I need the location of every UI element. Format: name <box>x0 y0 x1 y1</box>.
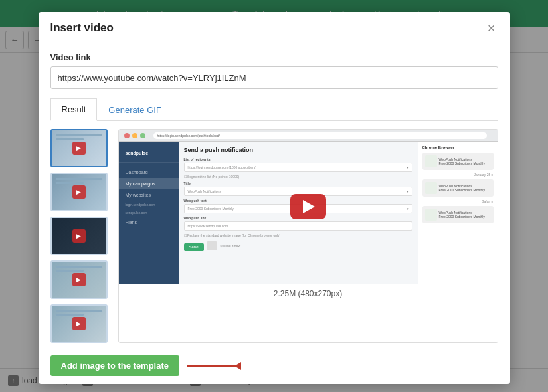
ss-notif-icon-3 <box>425 209 437 221</box>
ss-notif-text-2: WebPush NotificationsFree 2000 Subscribe… <box>439 184 485 193</box>
thumb-line <box>56 310 102 312</box>
thumb-line <box>56 266 102 268</box>
modal-overlay: Insert video × Video link Result Generat… <box>0 0 548 392</box>
thumb-line <box>56 270 84 272</box>
ss-field-3-text: Free 2000 Subscribers Monthly <box>188 207 234 211</box>
thumbnail-1-bg: ▶ <box>52 130 106 166</box>
ss-field-1-icon: ▾ <box>407 165 409 169</box>
video-url-input[interactable] <box>50 66 498 89</box>
ss-option-btn <box>207 241 217 250</box>
thumbnail-3[interactable]: ▶ <box>50 217 108 255</box>
browser-bar: https://login.sendpulse.com/pushtools/ad… <box>119 130 498 142</box>
thumb-line <box>56 182 84 184</box>
ss-sidebar-domain: login.sendpulse.com <box>119 201 179 209</box>
thumb-line <box>56 134 102 136</box>
ss-notif-info-2: Safari ≡ <box>422 199 494 203</box>
thumbnail-2[interactable]: ▶ <box>50 173 108 211</box>
thumbnail-5-bg: ▶ <box>52 306 106 342</box>
arrow-indicator <box>187 365 240 367</box>
ss-right-panel: Chrome Browser WebPush NotificationsFree… <box>418 142 498 284</box>
ss-segment-check: ☐ Segment the list (No points: 10000) <box>184 175 412 179</box>
ss-notif-icon-1 <box>425 155 437 167</box>
thumbnail-1[interactable]: ▶ <box>50 129 108 167</box>
add-image-button[interactable]: Add image to the template <box>50 355 180 376</box>
browser-min-dot <box>132 133 137 138</box>
browser-url-bar: https://login.sendpulse.com/pushtools/ad… <box>153 132 487 139</box>
modal-body: Video link Result Generate GIF <box>39 43 510 347</box>
ss-replace-check: ☐ Replace the standard website image (fo… <box>184 233 412 237</box>
browser-close-dot <box>124 133 130 138</box>
preview-size-info: 2.25M (480x270px) <box>119 284 498 301</box>
video-link-label: Video link <box>50 52 498 62</box>
ss-sidebar: sendpulse Dashboard My campaigns My webs… <box>119 142 179 284</box>
thumb-line <box>56 138 84 140</box>
ss-sidebar-campaigns: My campaigns <box>119 178 179 189</box>
thumbnail-4-bg: ▶ <box>52 262 106 298</box>
ss-notification-2: WebPush NotificationsFree 2000 Subscribe… <box>422 179 494 197</box>
modal-close-button[interactable]: × <box>485 21 498 35</box>
ss-right-title: Chrome Browser <box>422 146 494 149</box>
thumb-line <box>56 314 84 316</box>
play-triangle-icon <box>303 200 315 213</box>
modal-title: Insert video <box>50 21 114 35</box>
thumbnail-4-play-icon: ▶ <box>72 273 86 286</box>
browser-max-dot <box>140 133 145 138</box>
thumbnail-5-play-icon: ▶ <box>72 317 86 330</box>
ss-notif-text-3: WebPush NotificationsFree 2000 Subscribe… <box>439 211 485 219</box>
ss-send-button: Send <box>184 243 204 251</box>
thumbnail-4[interactable]: ▶ <box>50 260 108 299</box>
tab-generate-gif[interactable]: Generate GIF <box>97 98 172 121</box>
content-area: ▶ ▶ <box>50 129 498 343</box>
screenshot-container: https://login.sendpulse.com/pushtools/ad… <box>119 130 498 284</box>
ss-field-2-text: WebPush Notifications <box>188 189 221 193</box>
thumbnail-3-bg: ▶ <box>52 218 106 254</box>
insert-video-modal: Insert video × Video link Result Generat… <box>39 12 510 384</box>
ss-logo: sendpulse <box>119 147 179 163</box>
ss-field-4: https://www.sendpulse.com <box>184 221 412 231</box>
ss-notification-1: WebPush NotificationsFree 2000 Subscribe… <box>422 153 494 170</box>
ss-page-title: Send a push notification <box>184 147 412 153</box>
thumbnail-2-play-icon: ▶ <box>72 185 86 199</box>
tab-result[interactable]: Result <box>50 98 98 121</box>
ss-field-label-1: List of recipients <box>184 157 412 161</box>
thumbnail-2-bg: ▶ <box>52 174 106 210</box>
ss-send-opts: ⊙ Send it now <box>220 244 241 248</box>
ss-notif-text-1: WebPush NotificationsFree 2000 Subscribe… <box>439 157 485 166</box>
main-preview: https://login.sendpulse.com/pushtools/ad… <box>118 129 498 343</box>
thumbnail-5[interactable]: ▶ <box>50 304 108 343</box>
modal-header: Insert video × <box>39 12 510 43</box>
youtube-play-button[interactable] <box>290 194 326 219</box>
ss-sidebar-dashboard: Dashboard <box>119 167 179 178</box>
ss-field-1-text: https://login.sendpulse.com (1000 subscr… <box>188 165 256 169</box>
ss-sidebar-websites: My websites <box>119 189 179 201</box>
ss-sidebar-plans: Plans <box>119 217 179 228</box>
modal-tabs: Result Generate GIF <box>50 98 498 121</box>
preview-content: https://login.sendpulse.com/pushtools/ad… <box>119 130 498 342</box>
ss-notif-info-1: January 25 ≡ <box>422 173 494 177</box>
thumbnail-list: ▶ ▶ <box>50 129 110 343</box>
thumbnail-1-play-icon: ▶ <box>72 142 86 155</box>
ss-field-4-text: https://www.sendpulse.com <box>188 224 228 228</box>
ss-sidebar-domain2: sendpulse.com <box>119 209 179 217</box>
thumbnail-3-play-icon: ▶ <box>72 229 86 243</box>
modal-footer: Add image to the template <box>39 347 510 384</box>
arrow-line <box>187 365 240 367</box>
ss-notification-3: WebPush NotificationsFree 2000 Subscribe… <box>422 206 494 223</box>
browser-url-text: https://login.sendpulse.com/pushtools/ad… <box>157 134 221 138</box>
ss-field-1: https://login.sendpulse.com (1000 subscr… <box>184 163 412 172</box>
ss-send-area: Send ⊙ Send it now <box>184 241 412 251</box>
thumb-line <box>56 178 102 180</box>
ss-notif-icon-2 <box>425 182 437 194</box>
ss-field-2-icon: ▾ <box>407 189 409 193</box>
ss-field-3-icon: ▾ <box>407 207 409 211</box>
ss-field-label-2: Title <box>184 181 412 185</box>
